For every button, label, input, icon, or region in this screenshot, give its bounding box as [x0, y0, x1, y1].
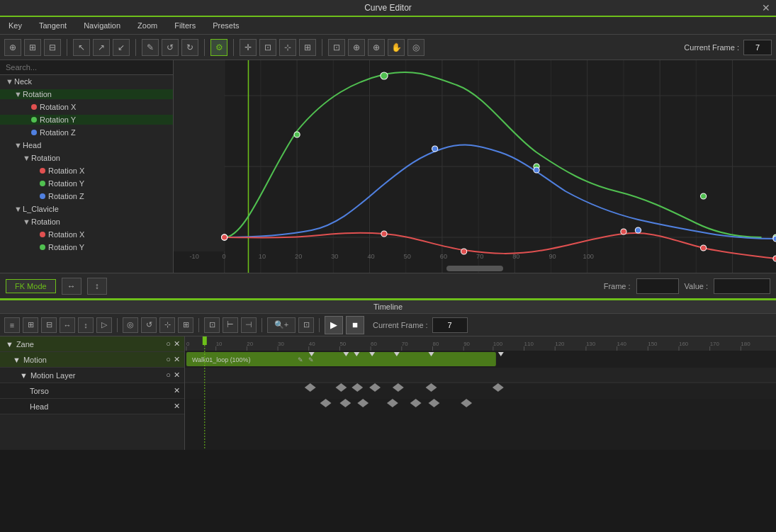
rotation-neck-arrow: ▼	[14, 90, 23, 98]
tl-sep-2	[198, 318, 199, 332]
tree-head[interactable]: ▼ Head	[0, 139, 173, 152]
tree-rot-x-head[interactable]: Rotation X	[0, 164, 173, 177]
menu-navigation[interactable]: Navigation	[81, 20, 123, 31]
tree-rot-y-lclavicle[interactable]: Rotation Y	[0, 241, 173, 254]
tree-lclavicle[interactable]: ▼ L_Clavicle	[0, 203, 173, 215]
svg-text:90: 90	[463, 341, 470, 347]
svg-point-47	[222, 234, 227, 240]
frame-input[interactable]	[636, 278, 679, 294]
tree-neck[interactable]: ▼ Neck	[0, 75, 173, 88]
tl-btn-3[interactable]: ⊟	[41, 317, 57, 333]
toolbar-btn-2[interactable]: ⊞	[24, 39, 41, 56]
tl-btn-8[interactable]: ↺	[141, 317, 157, 333]
tl-btn-ref[interactable]: ⊣	[241, 317, 257, 333]
tl-sep-3	[262, 318, 262, 332]
toolbar-btn-zoom-fit[interactable]: ◎	[407, 39, 424, 56]
curve-scrollbar[interactable]	[446, 266, 503, 271]
curve-btn-vert[interactable]: ↕	[87, 278, 107, 295]
tl-btn-trim[interactable]: ⊢	[223, 317, 238, 333]
tl-btn-6[interactable]: ▷	[96, 317, 112, 333]
tl-btn-fit-tl[interactable]: ⊡	[298, 317, 314, 333]
tl-motionlayer-x[interactable]: ✕	[174, 370, 180, 380]
toolbar-btn-undo[interactable]: ↺	[162, 39, 179, 56]
svg-point-44	[534, 167, 539, 173]
value-input[interactable]	[714, 278, 770, 294]
svg-text:120: 120	[555, 341, 565, 347]
toolbar-btn-ripple[interactable]: ⊕	[368, 39, 385, 56]
toolbar-btn-edit[interactable]: ✎	[142, 39, 159, 56]
play-button[interactable]: ▶	[325, 316, 343, 334]
svg-text:40: 40	[309, 341, 315, 347]
svg-text:110: 110	[524, 341, 534, 347]
tl-frame-input[interactable]	[432, 317, 468, 333]
rotation-neck-label: Rotation	[23, 90, 52, 98]
rotation-lclavicle-label: Rotation	[31, 217, 60, 226]
menu-key[interactable]: Key	[6, 20, 25, 31]
menu-tangent[interactable]: Tangent	[36, 20, 69, 31]
toolbar-btn-move[interactable]: ✛	[240, 39, 257, 56]
tree-rotation-neck[interactable]: ▼ Rotation	[0, 88, 173, 101]
tl-btn-zoom[interactable]: 🔍+	[267, 317, 296, 333]
tl-zane-circle: ○	[166, 339, 171, 349]
svg-text:✎: ✎	[308, 356, 314, 363]
tree-rotation-head[interactable]: ▼ Rotation	[0, 152, 173, 164]
tl-torso-x[interactable]: ✕	[174, 386, 180, 395]
fk-mode-button[interactable]: FK Mode	[6, 279, 56, 293]
editor-area: ▼ Neck ▼ Rotation Rotation X Rotation Y	[0, 60, 776, 273]
rot-x-neck-dot	[31, 104, 37, 110]
toolbar-btn-tangent3[interactable]: ↙	[113, 39, 130, 56]
stop-button[interactable]: ■	[346, 316, 364, 334]
tree-rot-x-neck[interactable]: Rotation X	[0, 101, 173, 113]
toolbar-btn-tangent2[interactable]: ↗	[93, 39, 110, 56]
tl-btn-7[interactable]: ◎	[123, 317, 138, 333]
rot-z-head-label: Rotation Z	[48, 192, 84, 200]
toolbar-btn-hand[interactable]: ✋	[388, 39, 405, 56]
svg-rect-35	[174, 60, 225, 251]
sep-4	[233, 39, 234, 56]
tl-row-zane[interactable]: ▼ Zane ○ ✕	[0, 336, 184, 352]
rot-y-head-label: Rotation Y	[48, 179, 84, 188]
tl-btn-2[interactable]: ⊞	[23, 317, 38, 333]
toolbar-btn-anim[interactable]: ⚙	[210, 39, 227, 56]
tl-btn-clip[interactable]: ⊡	[204, 317, 220, 333]
rot-z-neck-dot	[31, 130, 37, 135]
tl-zane-x[interactable]: ✕	[174, 339, 180, 349]
tl-motion-circle: ○	[166, 355, 171, 364]
tree-rot-y-neck[interactable]: Rotation Y	[0, 113, 173, 126]
toolbar-btn-redo[interactable]: ↻	[181, 39, 198, 56]
curve-btn-horz[interactable]: ↔	[62, 278, 81, 295]
tree-rot-z-head[interactable]: Rotation Z	[0, 190, 173, 203]
tree-rot-z-neck[interactable]: Rotation Z	[0, 126, 173, 139]
menu-filters[interactable]: Filters	[171, 20, 198, 31]
menu-presets[interactable]: Presets	[210, 20, 242, 31]
tl-row-motion[interactable]: ▼ Motion ○ ✕	[0, 352, 184, 368]
toolbar-btn-tangent1[interactable]: ↖	[73, 39, 90, 56]
tl-row-head-tl[interactable]: Head ✕	[0, 399, 184, 414]
toolbar-btn-3[interactable]: ⊟	[44, 39, 61, 56]
tl-btn-9[interactable]: ⊹	[159, 317, 175, 333]
current-frame-input[interactable]: 7	[743, 40, 772, 55]
tree-rotation-lclavicle[interactable]: ▼ Rotation	[0, 215, 173, 228]
toolbar-btn-keys[interactable]: ⊹	[279, 39, 296, 56]
timeline-content: ▼ Zane ○ ✕ ▼ Motion ○ ✕ ▼ Motion Layer	[0, 336, 776, 450]
search-input[interactable]	[0, 60, 173, 75]
toolbar-btn-fit[interactable]: ⊡	[328, 39, 345, 56]
toolbar-btn-1[interactable]: ⊕	[4, 39, 21, 56]
menu-zoom[interactable]: Zoom	[135, 20, 160, 31]
tl-btn-4[interactable]: ↔	[60, 317, 75, 333]
tl-head-x[interactable]: ✕	[174, 402, 180, 411]
tree-rot-y-head[interactable]: Rotation Y	[0, 177, 173, 190]
tree-rot-x-lclavicle[interactable]: Rotation X	[0, 228, 173, 241]
toolbar-btn-scale[interactable]: ⊡	[259, 39, 276, 56]
toolbar-btn-snap[interactable]: ⊕	[348, 39, 365, 56]
tl-btn-10[interactable]: ⊞	[178, 317, 193, 333]
close-button[interactable]: ✕	[762, 2, 770, 13]
tl-row-motionlayer[interactable]: ▼ Motion Layer ○ ✕	[0, 368, 184, 383]
svg-text:0: 0	[223, 253, 226, 260]
toolbar-btn-frame[interactable]: ⊞	[299, 39, 316, 56]
tl-motion-x[interactable]: ✕	[174, 355, 180, 364]
tl-btn-5[interactable]: ↕	[78, 317, 94, 333]
svg-text:10: 10	[216, 341, 223, 347]
tl-row-torso[interactable]: Torso ✕	[0, 383, 184, 399]
tl-btn-1[interactable]: ≡	[4, 317, 20, 333]
